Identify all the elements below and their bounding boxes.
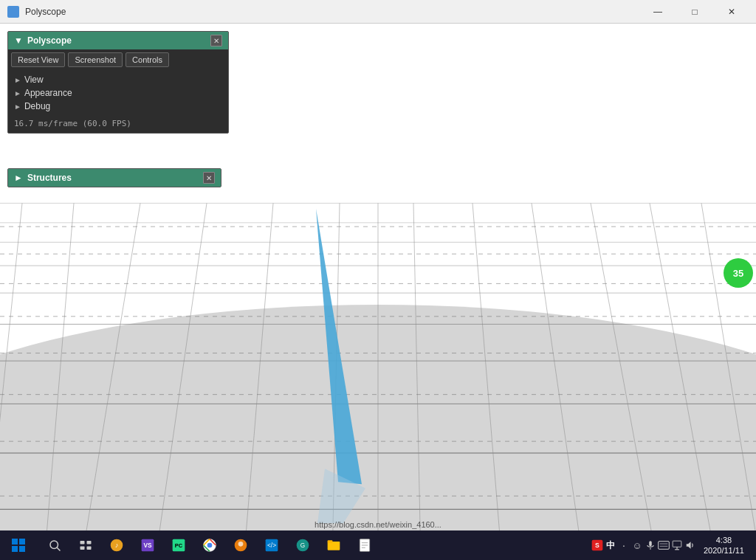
gitkraken-icon: G	[295, 538, 310, 553]
taskbar-pycharm-button[interactable]: PC	[164, 530, 193, 560]
svg-rect-59	[328, 542, 340, 550]
close-button[interactable]: ✕	[715, 0, 749, 24]
svg-rect-67	[649, 541, 652, 546]
polyscope-tree: ► View ► Appearance ► Debug	[8, 70, 228, 116]
windows-logo-icon	[12, 539, 25, 552]
svg-rect-72	[673, 541, 681, 547]
notepad-icon	[357, 538, 372, 553]
window-controls: — □ ✕	[641, 0, 749, 24]
chrome-icon	[202, 538, 217, 553]
polyscope-panel-title: ▼ Polyscope	[14, 35, 72, 46]
taskbar-blender-button[interactable]	[226, 530, 255, 560]
app-icon	[7, 6, 19, 18]
polyscope-toolbar: Reset View Screenshot Controls	[8, 49, 228, 70]
sogou-icon: S	[591, 539, 603, 551]
tree-item-appearance[interactable]: ► Appearance	[14, 86, 222, 100]
tray-dot-icon[interactable]: ·	[618, 539, 630, 551]
taskbar-explorer-button[interactable]	[319, 530, 348, 560]
taskbar: ♪ VS PC	[0, 530, 756, 560]
taskbar-taskview-button[interactable]	[71, 530, 100, 560]
polyscope-panel-header[interactable]: ▼ Polyscope ✕	[8, 32, 228, 49]
minimize-button[interactable]: —	[641, 0, 675, 24]
svg-point-39	[50, 541, 58, 549]
title-bar: Polyscope — □ ✕	[0, 0, 756, 24]
taskview-icon	[79, 539, 92, 552]
volume-icon	[685, 540, 695, 550]
svg-text:♪: ♪	[115, 542, 119, 549]
svg-rect-35	[12, 539, 18, 545]
svg-text:VS: VS	[143, 542, 152, 549]
svg-rect-42	[87, 541, 92, 545]
taskbar-notepad-button[interactable]	[350, 530, 379, 560]
svg-rect-36	[19, 539, 25, 545]
keyboard-icon	[658, 541, 670, 550]
reset-view-button[interactable]: Reset View	[11, 52, 65, 67]
taskbar-vscode-button[interactable]: </>	[257, 530, 286, 560]
vscode-icon: </>	[264, 538, 279, 553]
tray-volume-icon[interactable]	[684, 539, 696, 551]
structures-panel-close[interactable]: ✕	[203, 172, 215, 184]
explorer-icon	[326, 538, 341, 553]
pycharm-icon: PC	[171, 538, 186, 553]
tray-sogou-icon[interactable]: S	[591, 539, 603, 551]
fps-display: 16.7 ms/frame (60.0 FPS)	[8, 116, 228, 133]
tree-item-view[interactable]: ► View	[14, 73, 222, 86]
polyscope-panel-close[interactable]: ✕	[210, 35, 222, 46]
screenshot-button[interactable]: Screenshot	[68, 52, 123, 67]
svg-line-40	[57, 547, 61, 551]
tray-emoji-icon[interactable]: ☺	[631, 539, 643, 551]
microphone-icon	[645, 540, 656, 550]
taskbar-chrome-button[interactable]	[195, 530, 224, 560]
main-area: 35 ▼ Polyscope ✕ Reset View Screenshot C…	[0, 24, 756, 560]
svg-rect-41	[80, 541, 85, 545]
svg-point-52	[207, 543, 213, 548]
window-title: Polyscope	[25, 7, 641, 17]
start-button[interactable]	[0, 530, 37, 560]
svg-text:S: S	[595, 542, 599, 549]
tree-label-debug: Debug	[24, 101, 50, 111]
tray-keyboard-icon[interactable]	[658, 539, 670, 551]
svg-rect-44	[87, 547, 92, 550]
tray-lang-icon[interactable]: 中	[605, 539, 616, 551]
tree-arrow-appearance: ►	[14, 89, 21, 97]
polyscope-panel: ▼ Polyscope ✕ Reset View Screenshot Cont…	[7, 31, 229, 134]
tree-label-appearance: Appearance	[24, 88, 72, 98]
structures-panel-title: ► Structures	[14, 173, 72, 183]
svg-point-54	[238, 542, 244, 547]
controls-button[interactable]: Controls	[126, 52, 169, 67]
svg-text:G: G	[300, 542, 305, 549]
svg-rect-38	[19, 546, 25, 552]
network-icon	[672, 540, 682, 550]
tree-arrow-debug: ►	[14, 103, 21, 111]
svg-rect-37	[12, 546, 18, 552]
taskbar-time[interactable]: 4:38 2020/11/11	[698, 535, 750, 556]
svg-rect-43	[80, 547, 85, 550]
svg-text:PC: PC	[175, 542, 183, 549]
tree-label-view: View	[24, 75, 44, 85]
taskbar-icons: ♪ VS PC	[37, 530, 585, 560]
taskbar-search-button[interactable]	[40, 530, 69, 560]
svg-marker-75	[687, 542, 691, 548]
compass-indicator: 35	[724, 258, 753, 288]
blender-icon	[233, 538, 248, 553]
taskbar-foobar-button[interactable]: ♪	[102, 530, 131, 560]
taskbar-vs-button[interactable]: VS	[133, 530, 162, 560]
svg-rect-69	[659, 542, 670, 550]
structures-panel: ► Structures ✕	[7, 168, 221, 187]
tray-network-icon[interactable]	[671, 539, 683, 551]
taskbar-gitkraken-button[interactable]: G	[288, 530, 317, 560]
tree-item-debug[interactable]: ► Debug	[14, 100, 222, 113]
search-icon	[48, 539, 61, 552]
tree-arrow-view: ►	[14, 76, 21, 84]
svg-rect-60	[328, 540, 333, 542]
music-icon: ♪	[109, 538, 124, 553]
maximize-button[interactable]: □	[678, 0, 712, 24]
system-tray: S 中 · ☺	[585, 530, 756, 560]
vs-icon: VS	[140, 538, 155, 553]
tray-mic-icon[interactable]	[645, 539, 656, 551]
svg-text:</>: </>	[267, 542, 276, 549]
structures-panel-header[interactable]: ► Structures ✕	[8, 169, 221, 187]
